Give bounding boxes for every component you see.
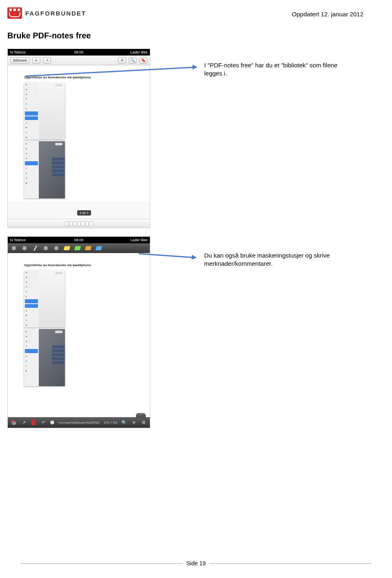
brand-name: FAGFORBUNDET bbox=[25, 10, 86, 17]
back-icon[interactable]: ↶ bbox=[40, 420, 46, 425]
settings-gear-icon[interactable]: ⚙ bbox=[141, 420, 147, 425]
document-title: Opprettelse av ituneskonto via Ipad/Ipho… bbox=[8, 253, 150, 269]
annotation-toolbar bbox=[8, 243, 150, 253]
ios-status-bar: N Telenor 08:00 Lader ikke bbox=[8, 49, 150, 56]
redo-icon[interactable] bbox=[21, 245, 28, 251]
ios-status-bar: N Telenor 08:00 Lader ikke bbox=[8, 237, 150, 243]
search-icon[interactable]: 🔍 bbox=[121, 420, 127, 425]
battery-status: Lader ikke bbox=[130, 50, 147, 54]
carrier-label: N Telenor bbox=[10, 50, 26, 54]
books-icon[interactable]: 📚 bbox=[11, 420, 17, 425]
undo-icon[interactable] bbox=[10, 245, 18, 251]
page-title: Bruke PDF-notes free bbox=[7, 31, 392, 40]
updated-date: Oppdatert 12. januar 2012 bbox=[292, 11, 363, 18]
page-thumbnail-1[interactable] bbox=[24, 270, 65, 327]
clock-label: 08:00 bbox=[74, 238, 84, 242]
page-thumbnail-2[interactable] bbox=[24, 141, 65, 198]
battery-status: Lader ikke bbox=[130, 238, 147, 242]
thumbnail-strip[interactable] bbox=[8, 219, 150, 228]
document-area: Opprettelse av ituneskonto via Ipad/Ipho… bbox=[8, 253, 150, 416]
highlighter-yellow-icon[interactable] bbox=[63, 245, 71, 251]
highlighter-blue-icon[interactable] bbox=[95, 245, 102, 251]
share-icon[interactable]: ↗ bbox=[43, 57, 51, 64]
bookmark-flag-icon[interactable] bbox=[31, 420, 36, 425]
fagforbundet-icon bbox=[7, 7, 22, 19]
popup-menu bbox=[52, 345, 65, 364]
search-icon[interactable]: 🔍 bbox=[129, 57, 137, 64]
eraser-icon[interactable] bbox=[42, 245, 49, 251]
popup-menu bbox=[52, 158, 65, 176]
page-thumbnail-1[interactable] bbox=[24, 82, 65, 140]
carrier-label: N Telenor bbox=[10, 238, 26, 242]
highlighter-green-icon[interactable] bbox=[74, 245, 81, 251]
page-indicator: 1 av 7 bbox=[77, 210, 91, 216]
reader-bottom-bar: ˄ 📚 ↗ ↶ Hvordan%20bruke%20IPAD 970.7 KB … bbox=[8, 417, 150, 428]
callout-text-1: I "PDF-notes free" har du et "bibliotek"… bbox=[204, 61, 351, 78]
library-button[interactable]: Bibliotek bbox=[10, 57, 30, 64]
document-area: Opprettelse av ituneskonto via Ipad/Ipho… bbox=[8, 65, 150, 202]
bookmark-icon[interactable]: 🔖 bbox=[139, 57, 147, 64]
brightness-icon[interactable]: ☀ bbox=[131, 420, 137, 425]
brightness-icon[interactable]: ☀ bbox=[118, 57, 126, 64]
expand-up-icon[interactable]: ˄ bbox=[136, 413, 146, 418]
share-icon[interactable]: ↗ bbox=[21, 420, 27, 425]
screenshot-annotation: N Telenor 08:00 Lader ikke Opprettelse a… bbox=[7, 236, 150, 428]
brand-logo: FAGFORBUNDET bbox=[7, 7, 86, 19]
pen-tool-icon[interactable] bbox=[31, 245, 39, 251]
highlighter-orange-icon[interactable] bbox=[85, 245, 92, 251]
progress-slider[interactable] bbox=[50, 422, 55, 423]
file-size-label: 970.7 KB bbox=[104, 421, 117, 425]
page-thumbnail-2[interactable] bbox=[24, 329, 65, 386]
clock-label: 08:00 bbox=[74, 50, 84, 54]
file-name-label: Hvordan%20bruke%20IPAD bbox=[59, 421, 100, 425]
callout-text-2: Du kan også bruke maskeringstusjer og sk… bbox=[204, 251, 351, 268]
text-tool-icon[interactable] bbox=[53, 245, 60, 251]
list-icon[interactable]: ≡ bbox=[32, 57, 40, 64]
page-footer: Side 19 bbox=[20, 560, 372, 567]
page-number: Side 19 bbox=[183, 560, 209, 567]
page-header: FAGFORBUNDET Oppdatert 12. januar 2012 bbox=[0, 0, 392, 19]
library-toolbar: Bibliotek ≡ ↗ ☀ 🔍 🔖 bbox=[8, 56, 150, 65]
